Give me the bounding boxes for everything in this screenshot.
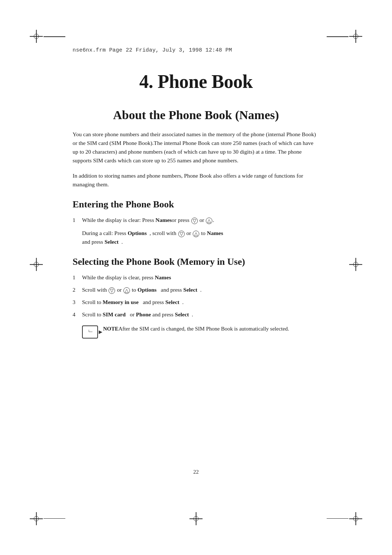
hrule-bot-left <box>44 518 65 519</box>
list-num-3: 3 <box>73 298 79 307</box>
keyword-select-4: Select <box>175 311 189 317</box>
section-heading: About the Phone Book (Names) <box>73 108 319 122</box>
keyword-names-3: Names <box>155 274 171 280</box>
reg-mark-top-left <box>30 30 43 43</box>
main-content: nse6nx.frm Page 22 Friday, July 3, 1998 … <box>73 47 319 339</box>
scroll-up-icon-3: △ <box>123 287 130 294</box>
list-sub-item: During a call: Press Options , scroll wi… <box>82 229 319 246</box>
keyword-select-2: Select <box>183 287 197 293</box>
subsection1-list: 1 While the display is clear: Press Name… <box>73 216 319 224</box>
reg-mark-bot-center <box>189 512 203 525</box>
page: nse6nx.frm Page 22 Friday, July 3, 1998 … <box>0 0 392 555</box>
reg-mark-mid-left <box>30 258 43 271</box>
note-label: NOTE <box>103 326 119 332</box>
keyword-names-2: Names <box>207 230 223 236</box>
note-icon: └─ <box>82 325 98 339</box>
note-icon-inner: └─ <box>87 330 92 334</box>
reg-mark-bot-right <box>349 512 362 525</box>
keyword-select: Select <box>105 239 119 245</box>
section-body-2: In addition to storing names and phone n… <box>73 171 319 189</box>
list-num-1: 1 <box>73 273 79 282</box>
hrule-bot-right <box>327 518 348 519</box>
chapter-title: 4. Phone Book <box>73 71 319 92</box>
scroll-up-icon: △ <box>206 218 212 224</box>
scroll-down-icon-2: ▽ <box>178 231 185 237</box>
subsection2-list: 1 While the display is clear, press Name… <box>73 273 319 319</box>
hrule-top-right <box>327 36 348 37</box>
page-header: nse6nx.frm Page 22 Friday, July 3, 1998 … <box>73 47 319 53</box>
reg-mark-mid-right <box>349 258 362 271</box>
note-box: └─ NOTEAfter the SIM card is changed, th… <box>82 325 319 339</box>
list-num-4: 4 <box>73 310 79 319</box>
section-body-1: You can store phone numbers and their as… <box>73 130 319 165</box>
list-item-3: 3 Scroll to Memory in use and press Sele… <box>73 298 319 307</box>
list-item-2: 2 Scroll with ▽ or △ to Options and pres… <box>73 285 319 294</box>
list-num-2: 2 <box>73 285 79 294</box>
reg-mark-bot-left <box>30 512 43 525</box>
list-num: 1 <box>73 216 79 224</box>
list-content-4: Scroll to SIM card or Phone and press Se… <box>82 310 319 319</box>
list-item: 1 While the display is clear: Press Name… <box>73 216 319 224</box>
keyword-phone: Phone <box>136 311 151 317</box>
list-item-4: 4 Scroll to SIM card or Phone and press … <box>73 310 319 319</box>
scroll-down-icon: ▽ <box>191 218 198 224</box>
list-content: While the display is clear: Press Nameso… <box>82 216 319 224</box>
reg-mark-top-right <box>349 30 362 43</box>
keyword-select-3: Select <box>165 299 179 305</box>
keyword-sim-card: SIM card <box>103 311 126 317</box>
list-content-1: While the display is clear, press Names <box>82 273 319 282</box>
subsection2-heading: Selecting the Phone Book (Memory in Use) <box>73 256 319 267</box>
scroll-down-icon-3: ▽ <box>109 287 115 294</box>
scroll-up-icon-2: △ <box>193 231 199 237</box>
note-text: NOTEAfter the SIM card is changed, the S… <box>103 325 289 333</box>
subsection1-heading: Entering the Phone Book <box>73 199 319 210</box>
list-content-3: Scroll to Memory in use and press Select… <box>82 298 319 307</box>
page-number: 22 <box>0 469 392 475</box>
list-item-1: 1 While the display is clear, press Name… <box>73 273 319 282</box>
hrule-top-left <box>44 36 65 37</box>
list-content-2: Scroll with ▽ or △ to Options and press … <box>82 285 319 294</box>
keyword-options: Options <box>128 230 147 236</box>
keyword-names: Names <box>155 217 172 223</box>
keyword-memory-in-use: Memory in use <box>103 299 139 305</box>
keyword-options-2: Options <box>138 287 157 293</box>
